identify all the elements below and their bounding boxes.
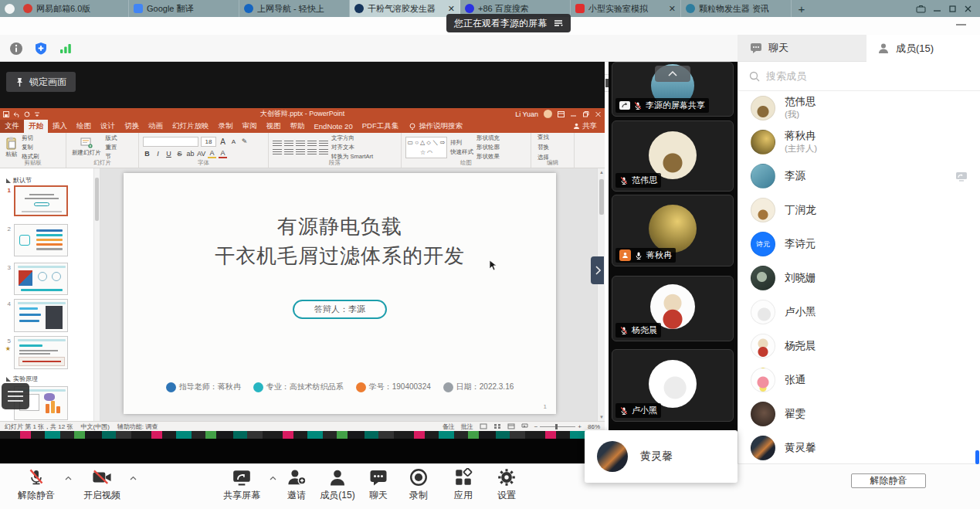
section-default[interactable]: 默认节 [6, 176, 32, 185]
video-tile-jiangqiuran[interactable]: 蒋秋冉 [612, 195, 734, 266]
member-row[interactable]: 蒋秋冉(主持人) [738, 125, 980, 159]
ribbon-tab-review[interactable]: 审阅 [238, 120, 262, 133]
align-left-icon[interactable] [273, 148, 282, 154]
ribbon-tab-design[interactable]: 设计 [96, 120, 120, 133]
ribbon-tab-pdf[interactable]: PDF工具集 [358, 120, 404, 133]
member-row[interactable]: 张通 [738, 363, 980, 397]
new-tab-button[interactable]: + [792, 0, 812, 17]
slideshow-icon[interactable] [521, 423, 528, 429]
slide-sorter-icon[interactable] [493, 423, 501, 429]
reset-button[interactable]: 重置 [106, 144, 117, 151]
columns-icon[interactable] [319, 148, 328, 154]
video-tile-yangyaochen[interactable]: 杨尧晨 [612, 276, 734, 341]
tab-close-icon[interactable]: ✕ [669, 4, 676, 14]
share-options-chevron[interactable] [270, 476, 276, 480]
bullets-icon[interactable] [273, 140, 282, 146]
slide-thumbnail-3[interactable] [14, 263, 68, 295]
slide-thumbnail-5[interactable] [14, 336, 68, 369]
comments-toggle[interactable]: 批注 [461, 422, 473, 431]
share-screen-control[interactable]: 共享屏幕 [218, 468, 266, 502]
new-slide-button[interactable]: 新建幻灯片 [70, 135, 103, 159]
copy-button[interactable]: 复制 [22, 144, 39, 151]
paste-button[interactable]: 粘贴 [4, 135, 19, 159]
ppt-share-button[interactable]: 共享 [565, 120, 605, 133]
bold-icon[interactable]: B [143, 150, 151, 158]
ppt-minimize-icon[interactable] [570, 111, 577, 117]
underline-icon[interactable]: U [164, 150, 173, 158]
indent-increase-icon[interactable] [307, 140, 317, 146]
slide-thumbnail-1[interactable] [14, 185, 68, 216]
settings-control[interactable]: 设置 [488, 468, 525, 502]
tab-members[interactable]: 成员(15) [866, 35, 980, 62]
shape-gallery[interactable]: ▭○△⬦＼⇨☆◠ [405, 137, 447, 158]
slide-thumbnail-4[interactable] [14, 299, 68, 332]
video-tile-luxiaohei[interactable]: 卢小黑 [612, 349, 734, 422]
accessibility-status[interactable]: 辅助功能: 调查 [117, 422, 158, 431]
member-row[interactable]: 诗元 李诗元 [738, 227, 980, 261]
member-row[interactable]: 杨尧晨 [738, 329, 980, 363]
member-row[interactable]: 黄灵馨 [738, 431, 980, 463]
line-spacing-icon[interactable] [319, 140, 328, 146]
chat-control[interactable]: 聊天 [360, 468, 397, 502]
layout-button[interactable]: 版式 [106, 134, 117, 142]
ribbon-tab-help[interactable]: 帮助 [286, 120, 310, 133]
briefcase-icon[interactable] [916, 5, 926, 13]
ribbon-tab-record[interactable]: 录制 [214, 120, 238, 133]
arrange-button[interactable]: 排列 [450, 139, 473, 147]
collapse-tiles-button[interactable] [655, 66, 690, 82]
member-row[interactable]: 丁润龙 [738, 193, 980, 227]
italic-icon[interactable]: I [154, 150, 162, 158]
grow-font-icon[interactable]: A [219, 137, 227, 146]
video-options-chevron[interactable] [130, 476, 137, 480]
member-row[interactable]: 卢小黑 [738, 295, 980, 329]
ribbon-tab-animations[interactable]: 动画 [144, 120, 168, 133]
align-text-button[interactable]: 对齐文本 [331, 144, 373, 151]
record-control[interactable]: 录制 [400, 468, 437, 502]
video-tile-screen-share[interactable]: 李源的屏幕共享 [612, 62, 734, 117]
minimize-icon[interactable] [933, 5, 941, 13]
ribbon-display-icon[interactable] [558, 111, 565, 117]
zoom-slider[interactable]: −+ [534, 423, 582, 430]
tab-close-icon[interactable]: ✕ [448, 4, 455, 14]
tab-chat[interactable]: 聊天 [738, 35, 866, 62]
ribbon-tab-transitions[interactable]: 切换 [120, 120, 144, 133]
ribbon-tab-endnote[interactable]: EndNote 20 [310, 120, 358, 133]
ribbon-tab-view[interactable]: 视图 [262, 120, 286, 133]
member-row[interactable]: 翟雯 [738, 397, 980, 431]
ppt-restore-icon[interactable] [582, 111, 589, 117]
close-icon[interactable] [964, 5, 972, 13]
search-members-input[interactable] [766, 70, 969, 82]
slide-thumbnail-2[interactable] [14, 224, 68, 256]
video-tile-fanweisi[interactable]: 范伟思 [612, 120, 734, 192]
member-row[interactable]: 范伟思(我) [738, 91, 980, 125]
ribbon-tab-insert[interactable]: 插入 [48, 120, 72, 133]
align-center-icon[interactable] [284, 148, 293, 154]
expand-panel-button[interactable] [591, 256, 604, 284]
clear-format-icon[interactable]: ✎ [240, 137, 249, 145]
browser-tab-nav[interactable]: 上网导航 - 轻快上 [239, 0, 350, 17]
zoom-percentage[interactable]: 86% [588, 423, 600, 430]
ribbon-tab-file[interactable]: 文件 [0, 120, 24, 133]
banner-menu-icon[interactable] [554, 19, 563, 27]
align-right-icon[interactable] [296, 148, 305, 154]
indent-decrease-icon[interactable] [296, 140, 305, 146]
font-color-icon[interactable]: A [219, 149, 227, 158]
shrink-font-icon[interactable]: A [229, 138, 238, 145]
language-indicator[interactable]: 中文(中国) [80, 422, 109, 431]
shape-outline-button[interactable]: 形状轮廓 [476, 144, 500, 151]
meeting-minimize-button[interactable] [956, 24, 966, 25]
security-shield-icon[interactable] [32, 40, 49, 57]
speaker-popup[interactable]: 黄灵馨 [585, 430, 738, 483]
member-row[interactable]: 李源 [738, 159, 980, 193]
thumbnail-scrollbar[interactable] [93, 168, 100, 421]
font-size-select[interactable]: 18 [201, 137, 216, 147]
char-spacing-icon[interactable]: AV [197, 150, 205, 158]
maximize-icon[interactable] [948, 5, 957, 13]
cut-button[interactable]: 剪切 [22, 134, 39, 142]
network-signal-icon[interactable] [57, 40, 74, 57]
invite-control[interactable]: 邀请 [278, 468, 315, 502]
members-control[interactable]: 成员(15) [315, 468, 360, 502]
reading-view-icon[interactable] [507, 423, 515, 429]
font-name-select[interactable] [143, 137, 198, 147]
browser-tab-particle[interactable]: 颗粒物发生器 资讯 [681, 0, 792, 17]
